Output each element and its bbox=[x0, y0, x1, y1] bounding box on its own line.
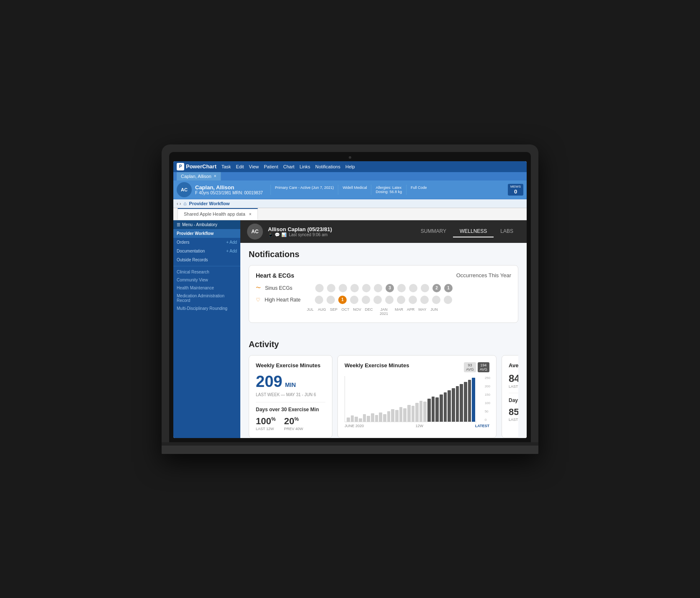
info-allergies: Allergies: Latex Dosing: 56.8 kg bbox=[371, 185, 406, 195]
documentation-add-button[interactable]: + Add bbox=[226, 249, 237, 253]
tab-wellness[interactable]: WELLNESS bbox=[453, 226, 494, 237]
bar-7 bbox=[375, 415, 378, 422]
calorie-metric-val1: 85% bbox=[509, 407, 518, 418]
sidebar-item-provider-workflow[interactable]: Provider Workflow bbox=[173, 229, 240, 238]
bar-1 bbox=[351, 415, 354, 422]
patient-tab[interactable]: Caplan, Allison × bbox=[177, 172, 221, 180]
nav-edit[interactable]: Edit bbox=[236, 164, 244, 169]
avg-badge-194: 194 AVG bbox=[478, 362, 489, 372]
nav-help[interactable]: Help bbox=[345, 164, 355, 169]
nav-links[interactable]: Links bbox=[299, 164, 310, 169]
month-apr: APR bbox=[407, 307, 415, 316]
sidebar-multidisciplinary[interactable]: Multi-Disciplinary Rounding bbox=[173, 304, 240, 312]
content-area: AC Allison Caplan (05/23/81) 📱 💬 📊 Las bbox=[240, 220, 527, 438]
sidebar-medication-admin[interactable]: Medication Administration Record bbox=[173, 292, 240, 304]
calorie-metric-last12w: 85% LAST 12W bbox=[509, 407, 518, 422]
bar-16 bbox=[412, 406, 415, 422]
bar-24 bbox=[444, 392, 447, 421]
home-icon[interactable]: ⌂ bbox=[183, 201, 186, 206]
hr-dot-6 bbox=[373, 296, 382, 304]
calorie-metric-label1: LAST 12W bbox=[509, 418, 518, 422]
card-title: Heart & ECGs bbox=[256, 272, 294, 279]
tab-close[interactable]: × bbox=[249, 212, 252, 217]
bar-23 bbox=[440, 394, 443, 421]
heart-icon: ♡ bbox=[256, 297, 260, 303]
nav-chart[interactable]: Chart bbox=[283, 164, 294, 169]
y-axis: 250 200 150 100 50 0 bbox=[485, 376, 490, 422]
bar-10 bbox=[387, 411, 391, 422]
hr-dot-8 bbox=[397, 296, 405, 304]
sidebar-header: ☰ Menu - Ambulatory bbox=[173, 220, 240, 229]
patient-info-fields: Primary Care - Active (Jun 7, 2021) Wide… bbox=[270, 185, 504, 195]
sidebar-item-outside-records[interactable]: Outside Records bbox=[173, 255, 240, 264]
bar-26 bbox=[452, 388, 455, 421]
chart-container: 250 200 150 100 50 0 bbox=[345, 376, 489, 422]
chart-footer-right: LATEST bbox=[475, 424, 489, 428]
shared-health-tab[interactable]: Shared Apple Health app data × bbox=[178, 208, 258, 220]
bar-21 bbox=[432, 397, 435, 421]
sidebar-item-documentation[interactable]: Documentation + Add bbox=[173, 247, 240, 255]
high-heart-rate-row: ♡ High Heart Rate 1 bbox=[256, 296, 511, 304]
hr-dot-4 bbox=[350, 296, 358, 304]
last12w-value: 100% bbox=[256, 416, 275, 427]
dot-2 bbox=[327, 284, 335, 292]
patient-content-name: Allison Caplan (05/23/81) bbox=[268, 226, 332, 232]
chart-header: Weekly Exercise Minutes 93 AVG 194 bbox=[345, 362, 489, 373]
patient-demographics: F 40yrs 05/23/1981 MRN: 00019837 bbox=[195, 191, 263, 195]
patient-header-icons: 📱 💬 📊 bbox=[268, 232, 286, 237]
bar-25 bbox=[448, 390, 451, 421]
hr-dot-7 bbox=[385, 296, 394, 304]
activity-section: Activity Weekly Exercise Minutes 209 MIN… bbox=[240, 333, 527, 438]
sidebar-item-orders[interactable]: Orders + Add bbox=[173, 238, 240, 247]
hr-dot-5 bbox=[362, 296, 370, 304]
calorie-card: Average Calories Burned 844 kCAL LAST 12… bbox=[502, 355, 518, 438]
patient-tab-close[interactable]: × bbox=[214, 174, 216, 178]
nav-patient[interactable]: Patient bbox=[264, 164, 278, 169]
month-dec: DEC bbox=[365, 307, 373, 316]
nav-task[interactable]: Task bbox=[221, 164, 231, 169]
sidebar-community-view[interactable]: Community View bbox=[173, 276, 240, 284]
metric-last12w: 100% LAST 12W bbox=[256, 416, 275, 431]
laptop-base bbox=[162, 446, 538, 454]
back-arrow[interactable]: ‹ bbox=[177, 201, 178, 206]
tab-summary[interactable]: SUMMARY bbox=[414, 226, 453, 237]
laptop-hinge bbox=[162, 442, 538, 446]
nav-view[interactable]: View bbox=[249, 164, 259, 169]
prev40w-label: PREV 40W bbox=[284, 427, 303, 431]
sidebar-clinical-research[interactable]: Clinical Research bbox=[173, 268, 240, 276]
bar-14 bbox=[403, 408, 407, 422]
patient-tab-bar: Caplan, Allison × bbox=[173, 172, 527, 180]
sinus-ecg-row: 〜 Sinus ECGs 3 bbox=[256, 284, 511, 292]
patient-avatar: AC bbox=[177, 182, 192, 197]
tab-labs[interactable]: LABS bbox=[494, 226, 520, 237]
bar-8 bbox=[379, 412, 382, 422]
orders-add-button[interactable]: + Add bbox=[226, 240, 237, 245]
activity-title: Activity bbox=[249, 340, 518, 349]
menu-icon: ☰ bbox=[177, 222, 180, 227]
bar-chart bbox=[345, 376, 477, 422]
forward-arrow[interactable]: › bbox=[180, 201, 181, 206]
dot-4 bbox=[350, 284, 359, 292]
days-over-title: Days over 30 Exercise Min bbox=[256, 407, 325, 412]
nav-notifications[interactable]: Notifications bbox=[315, 164, 340, 169]
avg-badges: 93 AVG 194 AVG bbox=[464, 362, 489, 372]
bar-27 bbox=[456, 386, 459, 421]
chart-title: Weekly Exercise Minutes bbox=[345, 362, 409, 369]
calorie-last12w: 844 kCAL LAST 12W bbox=[509, 373, 518, 389]
camera-dot bbox=[349, 156, 351, 159]
info-primary-care: Primary Care - Active (Jun 7, 2021) bbox=[270, 185, 338, 195]
heart-rate-dots: 1 bbox=[315, 296, 511, 304]
notifications-section: Notifications Heart & ECGs Occurrences T… bbox=[240, 243, 527, 333]
app-name: PowerChart bbox=[186, 163, 216, 170]
calorie-metrics: 85% LAST 12W 0% PREV 40W bbox=[509, 407, 518, 422]
top-nav: Task Edit View Patient Chart Links Notif… bbox=[221, 164, 355, 169]
dot-11: 2 bbox=[432, 284, 441, 292]
weekly-card-title: Weekly Exercise Minutes bbox=[256, 362, 325, 369]
app-logo: P PowerChart bbox=[177, 163, 216, 170]
nav-arrows: ‹ › bbox=[177, 201, 181, 206]
secondary-nav: ‹ › ⌂ Provider Workflow bbox=[173, 199, 527, 208]
sidebar-health-maintenance[interactable]: Health Maintenance bbox=[173, 284, 240, 292]
month-jan: JAN 2021 bbox=[376, 307, 391, 316]
bar-29 bbox=[464, 382, 467, 421]
bar-chart-card: Weekly Exercise Minutes 93 AVG 194 bbox=[337, 355, 497, 438]
